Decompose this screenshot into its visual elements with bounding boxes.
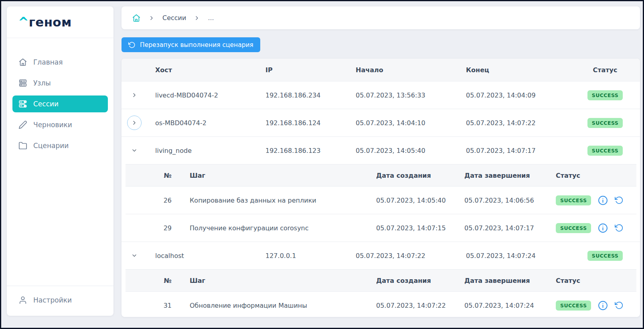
collapse-row-button[interactable]: [131, 147, 138, 154]
sidebar-item-pencil[interactable]: Черновики: [12, 116, 108, 133]
header-start: Начало: [348, 66, 458, 74]
logo-caret-icon: ^: [18, 16, 29, 28]
header-step-number: №: [126, 277, 172, 284]
table-row[interactable]: localhost127.0.0.105.07.2023, 14:07:2205…: [122, 242, 640, 269]
cell-status: SUCCESS: [570, 118, 640, 128]
chevron-right-icon: [148, 15, 155, 21]
header-step-status: Статус: [556, 172, 636, 179]
restart-icon: [128, 41, 136, 49]
table-row[interactable]: os-MBD04074-2192.168.186.12405.07.2023, …: [122, 109, 640, 136]
step-status-cell: SUCCESS: [556, 195, 636, 205]
logo-text: геном: [29, 16, 72, 28]
header-step-created: Дата создания: [376, 277, 464, 284]
cell-start: 05.07.2023, 13:56:33: [348, 91, 458, 99]
main-area: Сессии ... Перезапуск выполнения сценари…: [122, 6, 640, 317]
rotate-ccw-icon[interactable]: [615, 301, 624, 310]
sidebar: ^геном ГлавнаяУзлыСессииЧерновикиСценари…: [7, 6, 113, 316]
cell-ip: 192.168.186.123: [257, 147, 348, 154]
header-step-created: Дата создания: [376, 172, 464, 179]
cell-status: SUCCESS: [570, 146, 640, 156]
sidebar-item-label: Главная: [33, 58, 63, 66]
table-row[interactable]: living_node192.168.186.12305.07.2023, 14…: [122, 136, 640, 164]
header-step-name: Шаг: [172, 277, 376, 284]
header-end: Конец: [458, 66, 570, 74]
expand-cell: [122, 91, 147, 99]
info-icon[interactable]: [598, 195, 608, 205]
table-row[interactable]: livecd-MBD04074-2192.168.186.23405.07.20…: [122, 81, 640, 109]
cell-host: localhost: [147, 252, 257, 260]
info-icon[interactable]: [598, 223, 608, 233]
header-step-finished: Дата завершения: [464, 277, 556, 284]
header-status: Статус: [570, 66, 640, 74]
header-step-number: №: [126, 172, 172, 179]
sidebar-item-label: Сценарии: [33, 142, 69, 150]
cell-end: 05.07.2023, 14:07:22: [458, 119, 570, 127]
sidebar-item-home[interactable]: Главная: [12, 54, 108, 71]
header-ip: IP: [257, 66, 348, 74]
header-step-name: Шаг: [172, 172, 376, 179]
expand-cell: [122, 252, 147, 259]
step-status-cell: SUCCESS: [556, 223, 636, 233]
cell-host: living_node: [147, 147, 257, 154]
header-step-finished: Дата завершения: [464, 172, 556, 179]
step-number: 26: [126, 197, 172, 204]
step-created: 05.07.2023, 14:05:40: [376, 197, 464, 204]
status-badge: SUCCESS: [587, 251, 623, 261]
step-row: 26Копирование баз данных на реплики05.07…: [126, 186, 636, 214]
breadcrumb-item-sessions[interactable]: Сессии: [162, 14, 186, 22]
sidebar-item-sessions[interactable]: Сессии: [12, 95, 108, 112]
cell-host: livecd-MBD04074-2: [147, 91, 257, 99]
pencil-icon: [18, 120, 27, 129]
expand-row-button[interactable]: [131, 91, 138, 99]
sidebar-item-nodes[interactable]: Узлы: [12, 75, 108, 91]
sidebar-item-folder[interactable]: Сценарии: [12, 137, 108, 154]
app-screen: ^геном ГлавнаяУзлыСессииЧерновикиСценари…: [0, 0, 644, 329]
step-created: 05.07.2023, 14:07:22: [376, 302, 464, 309]
cell-start: 05.07.2023, 14:04:10: [348, 119, 458, 127]
step-row: 31Обновление информации Машины05.07.2023…: [126, 291, 636, 317]
status-badge: SUCCESS: [587, 146, 623, 156]
cell-ip: 192.168.186.234: [257, 91, 348, 99]
sidebar-item-settings[interactable]: Настройки: [12, 292, 108, 309]
cell-end: 05.07.2023, 14:07:17: [458, 147, 570, 154]
table-header-row: ХостIPНачалоКонецСтатус: [122, 59, 640, 81]
expand-cell: [122, 147, 147, 154]
status-badge: SUCCESS: [587, 118, 623, 128]
status-badge: SUCCESS: [556, 195, 591, 205]
header-host: Хост: [147, 66, 257, 74]
breadcrumb-item-current: ...: [208, 14, 214, 22]
step-name: Обновление информации Машины: [172, 302, 376, 309]
user-icon: [18, 296, 27, 305]
nodes-icon: [18, 79, 27, 87]
cell-end: 05.07.2023, 14:07:24: [458, 252, 570, 260]
chevron-right-icon: [194, 15, 200, 21]
step-number: 31: [126, 302, 172, 309]
step-created: 05.07.2023, 14:07:15: [376, 224, 464, 232]
cell-start: 05.07.2023, 14:05:40: [348, 147, 458, 154]
sidebar-item-label: Настройки: [33, 296, 72, 304]
rotate-ccw-icon[interactable]: [615, 196, 624, 205]
cell-status: SUCCESS: [570, 90, 640, 100]
sidebar-item-label: Сессии: [33, 100, 59, 108]
steps-table: №ШагДата созданияДата завершенияСтатус31…: [126, 269, 636, 317]
collapse-row-button[interactable]: [131, 252, 138, 259]
expand-row-button[interactable]: [127, 116, 142, 130]
home-icon[interactable]: [132, 14, 141, 22]
sessions-table: ХостIPНачалоКонецСтатусlivecd-MBD04074-2…: [122, 59, 640, 317]
folder-icon: [18, 141, 27, 150]
sessions-icon: [18, 100, 27, 108]
info-icon[interactable]: [598, 301, 608, 311]
steps-header-row: №ШагДата созданияДата завершенияСтатус: [126, 269, 636, 291]
status-badge: SUCCESS: [587, 90, 623, 100]
step-finished: 05.07.2023, 14:06:56: [464, 197, 556, 204]
restart-scenario-button[interactable]: Перезапуск выполнения сценария: [122, 37, 260, 52]
status-badge: SUCCESS: [556, 223, 591, 233]
cell-ip: 127.0.0.1: [257, 252, 348, 260]
cell-status: SUCCESS: [570, 251, 640, 261]
restart-button-label: Перезапуск выполнения сценария: [140, 41, 253, 49]
sidebar-item-label: Черновики: [33, 121, 72, 129]
sidebar-nav: ГлавнаяУзлыСессииЧерновикиСценарии: [7, 38, 113, 286]
step-finished: 05.07.2023, 14:07:24: [464, 302, 556, 309]
cell-ip: 192.168.186.124: [257, 119, 348, 127]
rotate-ccw-icon[interactable]: [615, 223, 624, 232]
